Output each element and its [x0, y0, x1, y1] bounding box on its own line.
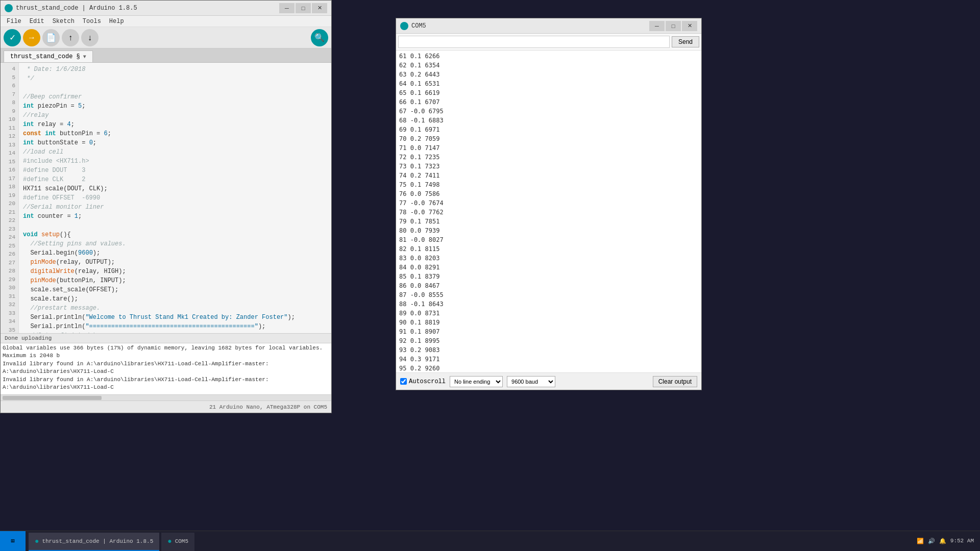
- com-data-row: 76 0.0 7586: [399, 189, 698, 198]
- com-window-controls: ─ □ ✕: [649, 21, 697, 31]
- arduino-minimize-button[interactable]: ─: [279, 3, 295, 13]
- com-data-row: 94 0.3 9171: [399, 355, 698, 364]
- com-data-row: 95 0.2 9260: [399, 364, 698, 372]
- com-data-row: 87 -0.0 8555: [399, 290, 698, 299]
- code-editor[interactable]: 45678 910111213 1415161718 1920212223 24…: [1, 63, 331, 333]
- output-status-bar: Done uploading: [1, 333, 331, 343]
- com-bottom-bar: Autoscroll No line ending Newline Carria…: [396, 372, 701, 390]
- com-data-row: 68 -0.1 6883: [399, 116, 698, 125]
- arduino-maximize-button[interactable]: □: [296, 3, 311, 13]
- clock-time: 9:52 AM: [950, 537, 974, 545]
- taskbar-item-com5[interactable]: ● COM5: [161, 533, 194, 551]
- com-data-row: 67 -0.0 6795: [399, 107, 698, 116]
- arduino-window: thrust_stand_code | Arduino 1.8.5 ─ □ ✕ …: [0, 0, 332, 413]
- arduino-title: thrust_stand_code | Arduino 1.8.5: [16, 5, 279, 12]
- taskbar-items: ● thrust_stand_code | Arduino 1.8.5 ● CO…: [26, 532, 911, 551]
- menu-edit[interactable]: Edit: [26, 17, 48, 26]
- com-data-row: 83 0.0 8203: [399, 254, 698, 263]
- com-minimize-button[interactable]: ─: [649, 21, 665, 31]
- com-data-row: 63 0.2 6443: [399, 70, 698, 79]
- com-data-row: 64 0.1 6531: [399, 79, 698, 88]
- horizontal-scrollbar[interactable]: [1, 394, 331, 400]
- com-data-row: 73 0.1 7323: [399, 162, 698, 171]
- com-data-row: 85 0.1 8379: [399, 272, 698, 281]
- arduino-close-button[interactable]: ✕: [312, 3, 327, 13]
- autoscroll-checkbox-label[interactable]: Autoscroll: [400, 378, 446, 385]
- output-console: Global variables use 366 bytes (17%) of …: [1, 343, 331, 394]
- com-data-row: 78 -0.0 7762: [399, 208, 698, 217]
- com-input-field[interactable]: [398, 36, 670, 48]
- baud-rate-select[interactable]: 300 baud 1200 baud 2400 baud 4800 baud 9…: [507, 376, 555, 387]
- file-tab-main[interactable]: thrust_stand_code § ▼: [4, 51, 93, 62]
- arduino-taskbar-icon: ●: [35, 537, 39, 545]
- send-button[interactable]: Send: [672, 36, 699, 47]
- com-data-row: 65 0.1 6619: [399, 88, 698, 97]
- upload-button[interactable]: →: [23, 29, 40, 46]
- file-tabs: thrust_stand_code § ▼: [1, 48, 331, 63]
- tab-dropdown-icon: ▼: [83, 54, 86, 60]
- menu-sketch[interactable]: Sketch: [48, 17, 79, 26]
- com-data-row: 92 0.1 8995: [399, 336, 698, 345]
- com-data-row: 81 -0.0 8027: [399, 235, 698, 244]
- com-data-row: 72 0.1 7235: [399, 153, 698, 162]
- done-uploading-text: Done uploading: [5, 335, 52, 341]
- arduino-status-bar: 21 Arduino Nano, ATmega328P on COM5: [1, 400, 331, 413]
- taskbar-clock: 9:52 AM: [950, 537, 974, 545]
- start-button[interactable]: ⊞: [0, 531, 26, 552]
- com-data-area[interactable]: 61 0.1 6266 62 0.1 6354 63 0.2 6443 64 0…: [396, 51, 701, 372]
- line-ending-select[interactable]: No line ending Newline Carriage return B…: [450, 376, 503, 387]
- menu-file[interactable]: File: [3, 17, 26, 26]
- verify-button[interactable]: ✓: [4, 29, 21, 46]
- com-data-row: 84 0.0 8291: [399, 263, 698, 272]
- com-title: COM5: [411, 22, 649, 30]
- console-line-2: Invalid library found in A:\arduino\libr…: [3, 360, 329, 376]
- com5-taskbar-label: COM5: [175, 538, 188, 544]
- autoscroll-checkbox[interactable]: [400, 378, 407, 385]
- arduino-taskbar-label: thrust_stand_code | Arduino 1.8.5: [42, 538, 153, 544]
- com-data-row: 74 0.2 7411: [399, 171, 698, 180]
- save-button[interactable]: ↓: [81, 29, 99, 46]
- com-data-row: 88 -0.1 8643: [399, 299, 698, 309]
- menu-help[interactable]: Help: [105, 17, 128, 26]
- arduino-menu-bar: File Edit Sketch Tools Help: [1, 16, 331, 27]
- open-button[interactable]: ↑: [62, 29, 79, 46]
- start-icon: ⊞: [11, 537, 14, 545]
- line-numbers: 45678 910111213 1415161718 1920212223 24…: [1, 63, 19, 333]
- tray-notification-icon: 🔔: [939, 538, 946, 544]
- com-data-row: 82 0.1 8115: [399, 244, 698, 254]
- com-data-row: 86 0.0 8467: [399, 281, 698, 290]
- code-text[interactable]: * Date: 1/6/2018 */ //Beep confirmer int…: [19, 63, 331, 333]
- menu-tools[interactable]: Tools: [79, 17, 105, 26]
- com-data-row: 75 0.1 7498: [399, 180, 698, 189]
- console-line-1: Global variables use 366 bytes (17%) of …: [3, 344, 329, 360]
- console-line-3: Invalid library found in A:\arduino\libr…: [3, 376, 329, 392]
- com-data-row: 89 0.0 8731: [399, 309, 698, 318]
- clear-output-button[interactable]: Clear output: [653, 376, 697, 387]
- com-window: COM5 ─ □ ✕ Send 61 0.1 6266 62 0.1 6354 …: [396, 18, 702, 390]
- com-icon: [400, 22, 408, 30]
- tray-volume-icon: 🔊: [928, 538, 935, 544]
- com-close-button[interactable]: ✕: [682, 21, 697, 31]
- com-titlebar: COM5 ─ □ ✕: [396, 18, 701, 34]
- com-data-row: 77 -0.0 7674: [399, 198, 698, 208]
- taskbar-tray: 📶 🔊 🔔 9:52 AM: [911, 537, 980, 545]
- arduino-icon: [5, 4, 13, 12]
- com-data-row: 69 0.1 6971: [399, 125, 698, 134]
- com-data-row: 93 0.2 9083: [399, 345, 698, 355]
- com-data-row: 90 0.1 8819: [399, 318, 698, 327]
- com5-taskbar-icon: ●: [167, 537, 172, 545]
- com-maximize-button[interactable]: □: [666, 21, 681, 31]
- taskbar: ⊞ ● thrust_stand_code | Arduino 1.8.5 ● …: [0, 531, 980, 551]
- com-data-row: 80 0.0 7939: [399, 226, 698, 235]
- serial-monitor-button[interactable]: 🔍: [311, 29, 328, 46]
- arduino-window-controls: ─ □ ✕: [279, 3, 327, 13]
- com-data-row: 61 0.1 6266: [399, 52, 698, 61]
- taskbar-item-arduino[interactable]: ● thrust_stand_code | Arduino 1.8.5: [29, 533, 159, 551]
- com-input-bar: Send: [396, 34, 701, 51]
- status-bar-text: 21 Arduino Nano, ATmega328P on COM5: [209, 404, 327, 410]
- new-button[interactable]: 📄: [42, 29, 60, 46]
- com-data-row: 79 0.1 7851: [399, 217, 698, 226]
- com-data-row: 62 0.1 6354: [399, 61, 698, 70]
- autoscroll-label: Autoscroll: [409, 378, 446, 385]
- com-data-row: 66 0.1 6707: [399, 97, 698, 107]
